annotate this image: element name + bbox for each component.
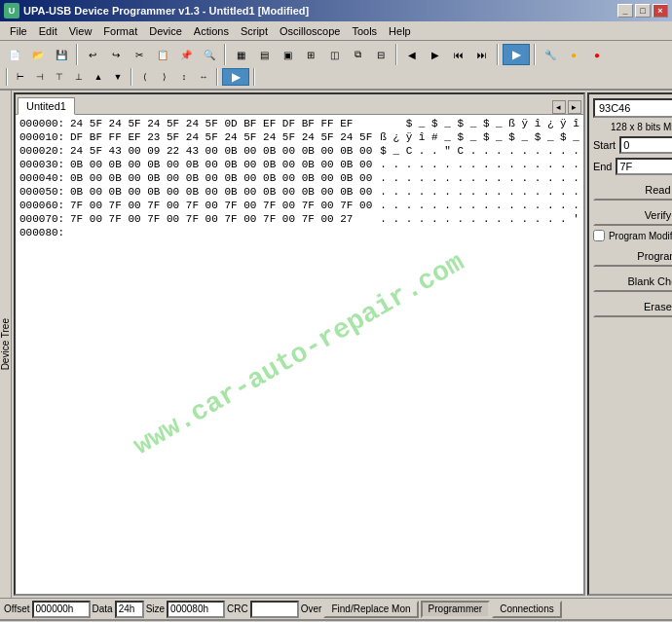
start-field-row: Start [593,136,672,154]
toolbar-area: 📄 📂 💾 ↩ ↪ ✂ 📋 📌 🔍 ▦ ▤ ▣ ⊞ ◫ ⧉ ⊟ ◀ ▶ ⏮ ⏭ … [0,41,672,91]
menu-tools[interactable]: Tools [346,23,383,39]
hex-addr: 000020: [19,144,70,158]
hex-ascii: $ _ $ _ $ _ $ _ ß ÿ î ¿ ÿ î [406,117,579,130]
hex-bytes: 7F 00 7F 00 7F 00 7F 00 7F 00 7F 00 7F 0… [70,212,372,226]
tb-b5[interactable]: ◫ [323,44,345,65]
data-input[interactable] [115,601,144,618]
menu-edit[interactable]: Edit [33,23,63,39]
program-button[interactable]: Program [593,245,672,267]
title-bar: U UPA-USB Device Programmer v1.3 - Untit… [0,0,672,21]
read-button[interactable]: Read [593,179,672,201]
tb-separator-4 [497,44,499,65]
tb-find[interactable]: 🔍 [199,44,220,65]
menu-device[interactable]: Device [143,23,188,39]
hex-content[interactable]: www.car-auto-repair.com 000000:24 5F 24 … [16,115,583,594]
hex-bytes: 24 5F 24 5F 24 5F 24 5F 0D BF EF DF BF F… [70,117,398,130]
minimize-button[interactable]: _ [617,4,633,18]
hex-row[interactable]: 000010:DF BF FF EF 23 5F 24 5F 24 5F 24 … [19,130,579,144]
hex-row[interactable]: 000040:0B 00 0B 00 0B 00 0B 00 0B 00 0B … [19,171,579,185]
tab-ctrl-left[interactable]: ◂ [552,100,566,114]
tb-r2-4[interactable]: ⊥ [70,68,88,86]
tb-new[interactable]: 📄 [4,44,25,65]
tb-sep-row2-2 [131,68,132,86]
tb-sep-row2-4 [253,68,255,86]
tb-separator-3 [395,44,397,65]
tb-tool1[interactable]: 🔧 [540,44,561,65]
data-label: Data [93,604,113,614]
tb-r2-1[interactable]: ⊢ [12,68,29,86]
size-input[interactable] [167,601,225,618]
window-controls[interactable]: _ □ × [617,4,668,18]
tb-r2-6[interactable]: ▼ [109,68,127,86]
tb-save[interactable]: 💾 [51,44,72,65]
tb-tool2[interactable]: ● [563,44,584,65]
tb-prog[interactable]: ▶ [503,44,530,65]
connections-tab[interactable]: Connections [492,601,562,618]
hex-row[interactable]: 000060:7F 00 7F 00 7F 00 7F 00 7F 00 7F … [19,199,579,212]
tb-b4[interactable]: ⊞ [300,44,321,65]
tb-r2-5[interactable]: ▲ [90,68,107,86]
hex-ascii: ß ¿ ÿ î # _ $ _ $ _ $ _ $ _ $ _ [380,130,579,144]
tb-r2-2[interactable]: ⊣ [31,68,49,86]
start-input[interactable] [619,136,672,154]
tab-untitled1[interactable]: Untited1 [18,97,75,115]
hex-row[interactable]: 000080: [19,226,579,239]
tb-c1[interactable]: ◀ [401,44,423,65]
verify-button[interactable]: Verify [593,204,672,226]
tb-redo[interactable]: ↪ [105,44,127,65]
end-input[interactable] [616,158,672,175]
tb-r2-7[interactable]: ⟨ [136,68,154,86]
hex-row[interactable]: 000020:24 5F 43 00 09 22 43 00 0B 00 0B … [19,144,579,158]
erase-button[interactable]: Erase [593,296,672,317]
tab-ctrl-right[interactable]: ▸ [568,100,581,114]
close-button[interactable]: × [653,4,668,18]
hex-row[interactable]: 000070:7F 00 7F 00 7F 00 7F 00 7F 00 7F … [19,212,579,226]
hex-row[interactable]: 000030:0B 00 0B 00 0B 00 0B 00 0B 00 0B … [19,158,579,171]
tab-controls[interactable]: ◂ ▸ [552,100,581,114]
tb-b1[interactable]: ▦ [230,44,251,65]
tb-open[interactable]: 📂 [27,44,49,65]
offset-input[interactable] [32,601,91,618]
tb-r2-9[interactable]: ↕ [175,68,193,86]
tb-r2-8[interactable]: ⟩ [156,68,173,86]
hex-rows-container: 000000:24 5F 24 5F 24 5F 24 5F 0D BF EF … [19,117,579,239]
menu-format[interactable]: Format [97,23,143,39]
programmer-tab[interactable]: Programmer [421,601,491,618]
tb-c2[interactable]: ▶ [425,44,446,65]
tb-undo[interactable]: ↩ [82,44,103,65]
menu-script[interactable]: Script [235,23,274,39]
tb-c4[interactable]: ⏭ [471,44,493,65]
tb-b7[interactable]: ⊟ [370,44,392,65]
tb-copy[interactable]: 📋 [152,44,173,65]
hex-bytes: 0B 00 0B 00 0B 00 0B 00 0B 00 0B 00 0B 0… [70,158,372,171]
menu-oscilloscope[interactable]: Oscilloscope [274,23,346,39]
hex-bytes: 24 5F 43 00 09 22 43 00 0B 00 0B 00 0B 0… [70,144,372,158]
tb-b2[interactable]: ▤ [253,44,275,65]
tb-b6[interactable]: ⧉ [347,44,368,65]
tb-r2-10[interactable]: ↔ [195,68,212,86]
menu-view[interactable]: View [63,23,98,39]
tb-b3[interactable]: ▣ [277,44,298,65]
device-select[interactable]: 93C46 [593,98,672,118]
hex-row[interactable]: 000000:24 5F 24 5F 24 5F 24 5F 0D BF EF … [19,117,579,130]
hex-bytes: 0B 00 0B 00 0B 00 0B 00 0B 00 0B 00 0B 0… [70,185,372,199]
blank-check-button[interactable]: Blank Check [593,271,672,292]
watermark: www.car-auto-repair.com [129,247,469,461]
hex-addr: 000070: [19,212,70,226]
menu-file[interactable]: File [4,23,33,39]
crc-field: CRC [227,601,299,618]
program-modified-checkbox[interactable] [593,230,605,241]
tb-tool3[interactable]: ● [586,44,608,65]
crc-input[interactable] [250,601,299,618]
maximize-button[interactable]: □ [635,4,651,18]
tb-paste[interactable]: 📌 [175,44,197,65]
tb-c3[interactable]: ⏮ [448,44,469,65]
size-field: Size [146,601,225,618]
hex-row[interactable]: 000050:0B 00 0B 00 0B 00 0B 00 0B 00 0B … [19,185,579,199]
tb-cut[interactable]: ✂ [129,44,150,65]
tb-r2-3[interactable]: ⊤ [51,68,68,86]
menu-help[interactable]: Help [383,23,417,39]
find-replace-tab[interactable]: Find/Replace Mon [323,601,418,618]
tb-prog-btn[interactable]: ▶ [222,68,249,86]
menu-actions[interactable]: Actions [188,23,235,39]
